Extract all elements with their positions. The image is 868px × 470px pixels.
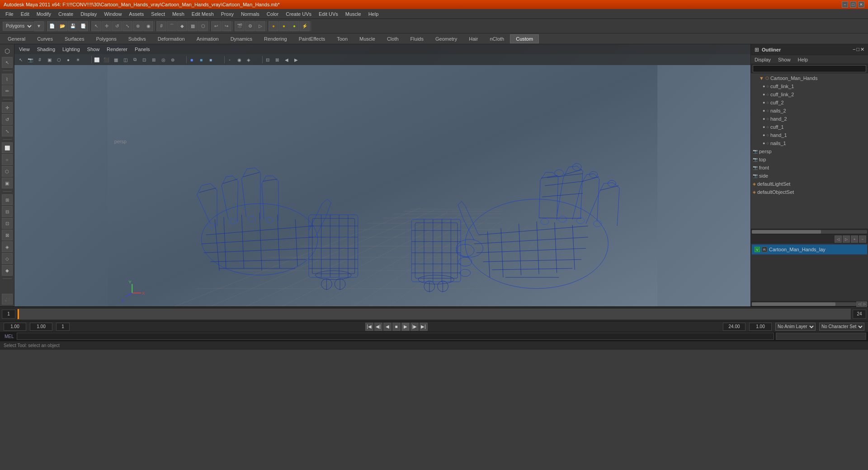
rotate-btn[interactable]: ↺ (112, 21, 122, 31)
vp-icon6[interactable]: ⊡ (140, 55, 149, 64)
tab-geometry[interactable]: Geometry (429, 34, 463, 43)
vp-icon2[interactable]: ⬛ (102, 55, 111, 64)
vp-icon10[interactable]: ◦ (225, 55, 234, 64)
vp-menu-lighting[interactable]: Lighting (60, 46, 83, 53)
vp-icon5[interactable]: ⧉ (130, 55, 139, 64)
tree-item-hand-1[interactable]: ● ○ hand_1 (751, 131, 868, 139)
create-cube[interactable]: ⬜ (2, 142, 13, 153)
step-back-btn[interactable]: ◀| (374, 323, 382, 331)
create-sphere[interactable]: ○ (2, 154, 13, 165)
menu-select[interactable]: Select (147, 10, 169, 18)
tab-deformation[interactable]: Deformation (152, 34, 191, 43)
vp-shade2[interactable]: ■ (197, 55, 206, 64)
outliner-menu-display[interactable]: Display (753, 56, 773, 63)
tab-fluids[interactable]: Fluids (405, 34, 429, 43)
tool-g[interactable]: ◆ (2, 265, 13, 276)
vp-icon8[interactable]: ◎ (159, 55, 168, 64)
tree-item-hand-2[interactable]: ● ○ hand_2 (751, 115, 868, 123)
tab-painteffects[interactable]: PaintEffects (293, 34, 331, 43)
tree-item-nails-2[interactable]: ● ○ nails_2 (751, 107, 868, 115)
vp-icon15[interactable]: ◀ (282, 55, 291, 64)
tab-animation[interactable]: Animation (191, 34, 225, 43)
menu-edit[interactable]: Edit (17, 10, 33, 18)
light-link-btn[interactable]: ⚡ (300, 21, 310, 31)
snap-point-btn[interactable]: ◆ (177, 21, 187, 31)
vp-shade1[interactable]: ■ (187, 55, 196, 64)
open-scene-btn[interactable]: 📂 (57, 21, 67, 31)
menu-create[interactable]: Create (55, 10, 77, 18)
playback-end-field[interactable]: 1.00 (749, 323, 772, 331)
maximize-button[interactable]: □ (850, 1, 856, 8)
range-end-field[interactable]: 24.00 (723, 323, 745, 331)
scale-btn[interactable]: ⤡ (123, 21, 132, 31)
tree-item-persp[interactable]: 📷 persp (751, 147, 868, 155)
vp-shade3[interactable]: ■ (206, 55, 215, 64)
vp-menu-renderer[interactable]: Renderer (104, 46, 130, 53)
menu-muscle[interactable]: Muscle (342, 10, 365, 18)
outliner-hscroll[interactable] (751, 229, 868, 234)
vp-icon11[interactable]: ◉ (235, 55, 244, 64)
snap-live-btn[interactable]: ⬡ (198, 21, 208, 31)
playhead[interactable] (18, 309, 19, 319)
layer-scroll-left[interactable]: ◁ (856, 301, 862, 307)
ipr-render-btn[interactable]: ▷ (255, 21, 265, 31)
soft-select-btn[interactable]: ◉ (143, 21, 153, 31)
tool-e[interactable]: ◈ (2, 241, 13, 252)
move-tool[interactable]: ✛ (2, 102, 13, 113)
vp-icon16[interactable]: ▶ (292, 55, 301, 64)
layer-item[interactable]: V R Cartoon_Man_Hands_lay (752, 244, 867, 254)
render-settings-btn[interactable]: ⚙ (245, 21, 255, 31)
playback-start-field[interactable]: 1.00 (30, 323, 52, 331)
light1-btn[interactable]: ● (269, 21, 278, 31)
viewport[interactable]: View Shading Lighting Show Renderer Pane… (14, 44, 750, 306)
menu-normals[interactable]: Normals (237, 10, 263, 18)
light2-btn[interactable]: ● (279, 21, 289, 31)
hscroll-thumb[interactable] (752, 230, 821, 234)
menu-edit-mesh[interactable]: Edit Mesh (188, 10, 217, 18)
tree-item-cuff-link-2[interactable]: ● ○ cuff_link_2 (751, 90, 868, 99)
layer-hscroll[interactable]: ◁ ▷ (751, 301, 868, 306)
tab-dynamics[interactable]: Dynamics (225, 34, 258, 43)
vp-menu-shading[interactable]: Shading (34, 46, 58, 53)
skip-to-end-btn[interactable]: ▶| (420, 323, 428, 331)
anim-layer-select[interactable]: No Anim Layer (775, 323, 816, 331)
new-scene-btn[interactable]: 📄 (47, 21, 57, 31)
tab-surfaces[interactable]: Surfaces (59, 34, 90, 43)
outliner-minimize[interactable]: − (853, 47, 855, 52)
menu-help[interactable]: Help (365, 10, 382, 18)
menu-window[interactable]: Window (100, 10, 125, 18)
tab-subdivs[interactable]: Subdivs (123, 34, 152, 43)
create-poly[interactable]: ▣ (2, 178, 13, 188)
save-scene-btn[interactable]: 💾 (68, 21, 78, 31)
snap-surface-btn[interactable]: ▦ (188, 21, 198, 31)
menu-file[interactable]: File (2, 10, 17, 18)
menu-proxy[interactable]: Proxy (217, 10, 237, 18)
menu-assets[interactable]: Assets (125, 10, 147, 18)
vp-icon7[interactable]: ⊞ (149, 55, 158, 64)
tool-c[interactable]: ⊡ (2, 218, 13, 229)
undo-btn[interactable]: ↩ (211, 21, 221, 31)
menu-create-uvs[interactable]: Create UVs (282, 10, 315, 18)
view-btn[interactable]: 🎥 (2, 294, 13, 305)
vp-icon14[interactable]: ⊠ (273, 55, 282, 64)
outliner-search-input[interactable] (753, 65, 866, 72)
universal-manip-btn[interactable]: ⊕ (133, 21, 143, 31)
tree-item-default-light-set[interactable]: ◈ defaultLightSet (751, 180, 868, 188)
vp-shading1[interactable]: ▣ (45, 55, 54, 64)
menu-display[interactable]: Display (77, 10, 100, 18)
layer-btn-3[interactable]: + (851, 235, 858, 243)
mode-select[interactable]: Polygons (3, 22, 33, 31)
tab-muscle[interactable]: Muscle (354, 34, 381, 43)
menu-modify[interactable]: Modify (33, 10, 55, 18)
timeline-ruler[interactable]: 1 2 3 4 5 6 7 8 9 10 11 12 13 14 15 16 1… (17, 309, 851, 320)
tree-item-cuff-2[interactable]: ● ○ cuff_2 (751, 99, 868, 107)
vp-icon4[interactable]: ◫ (121, 55, 130, 64)
light3-btn[interactable]: ● (289, 21, 299, 31)
tab-general[interactable]: General (2, 34, 31, 43)
tab-cloth[interactable]: Cloth (381, 34, 405, 43)
lasso-tool[interactable]: ⌇ (2, 74, 13, 85)
create-cylinder[interactable]: ⬡ (2, 166, 13, 177)
vp-icon9[interactable]: ⊛ (168, 55, 177, 64)
vp-wire-btn[interactable]: ⬡ (54, 55, 63, 64)
tree-item-top[interactable]: 📷 top (751, 155, 868, 164)
